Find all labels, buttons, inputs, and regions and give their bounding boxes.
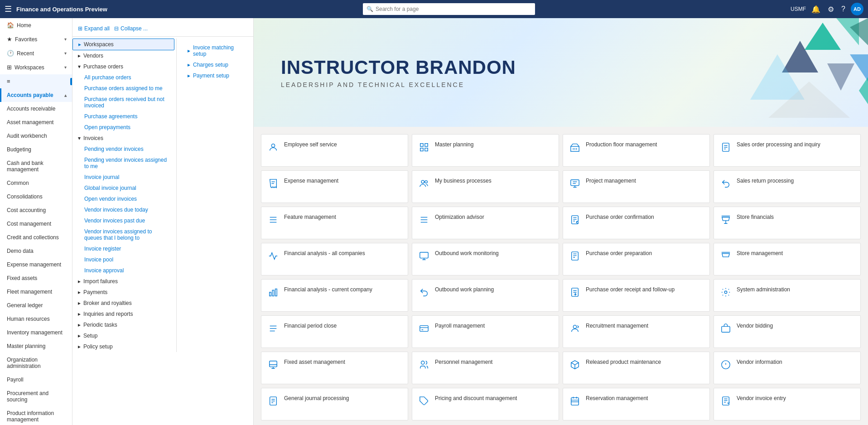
menu-item-invoice-matching-setup[interactable]: ▸ Invoice matching setup <box>180 42 253 59</box>
nav-item-audit-workbench[interactable]: Audit workbench <box>0 129 72 143</box>
nav-item-cost-accounting[interactable]: Cost accounting <box>0 203 72 217</box>
nav-item-inventory-management[interactable]: Inventory management <box>0 326 72 339</box>
nav-item-budgeting[interactable]: Budgeting <box>0 143 72 156</box>
nav-item-consolidations[interactable]: Consolidations <box>0 190 72 203</box>
workspace-card-personnel-management[interactable]: Personnel management <box>412 352 559 384</box>
nav-item-human-resources[interactable]: Human resources <box>0 312 72 326</box>
menu-group-import-failures[interactable]: ▸ Import failures <box>72 276 174 287</box>
menu-item-invoice-approval[interactable]: Invoice approval <box>77 265 174 276</box>
workspace-card-sales-order-processing[interactable]: Sales order processing and inquiry <box>714 134 861 167</box>
menu-item-po-assigned-to-me[interactable]: Purchase orders assigned to me <box>77 83 174 94</box>
menu-group-workspaces[interactable]: ▸ Workspaces <box>72 39 174 50</box>
nav-item-home[interactable]: 🏠 Home <box>0 18 72 32</box>
workspace-card-released-product-maintenance[interactable]: Released product maintenance <box>563 352 710 384</box>
nav-item-payroll[interactable]: Payroll <box>0 373 72 386</box>
nav-item-accounts-payable-tooltip[interactable]: ≡ Accounts payable <box>0 74 72 88</box>
menu-item-all-purchase-orders[interactable]: All purchase orders <box>77 72 174 83</box>
bell-icon[interactable]: 🔔 <box>810 3 822 15</box>
nav-item-general-ledger[interactable]: General ledger <box>0 299 72 312</box>
avatar[interactable]: AD <box>851 3 863 15</box>
workspace-card-outbound-work-planning[interactable]: Outbound work planning <box>412 279 559 312</box>
menu-item-invoice-journal[interactable]: Invoice journal <box>77 172 174 183</box>
workspace-card-feature-management[interactable]: Feature management <box>261 207 408 239</box>
arrow-icon: ▸ <box>78 300 81 306</box>
menu-group-invoices[interactable]: ▾ Invoices <box>72 133 174 144</box>
menu-item-open-prepayments[interactable]: Open prepayments <box>77 122 174 133</box>
menu-item-pending-vendor-invoices-me[interactable]: Pending vendor invoices assigned to me <box>77 155 174 172</box>
expand-all-button[interactable]: ⊞ Expand all <box>78 25 110 32</box>
menu-group-vendors[interactable]: ▸ Vendors <box>72 50 174 61</box>
menu-group-payments[interactable]: ▸ Payments <box>72 287 174 298</box>
menu-group-broker-royalties[interactable]: ▸ Broker and royalties <box>72 298 174 309</box>
nav-item-favorites[interactable]: ★ Favorites ▾ <box>0 32 72 46</box>
menu-item-vendor-invoices-due-today[interactable]: Vendor invoices due today <box>77 204 174 215</box>
menu-item-global-invoice-journal[interactable]: Global invoice journal <box>77 183 174 193</box>
nav-item-master-planning[interactable]: Master planning <box>0 339 72 353</box>
workspace-card-project-management[interactable]: Project management <box>563 170 710 203</box>
menu-item-invoice-pool[interactable]: Invoice pool <box>77 254 174 265</box>
menu-group-policy-setup[interactable]: ▸ Policy setup <box>72 341 174 352</box>
search-input[interactable] <box>363 3 535 15</box>
workspace-card-purchase-order-confirmation[interactable]: Purchase order confirmation <box>563 207 710 239</box>
workspace-card-vendor-information[interactable]: Vendor information <box>714 352 861 384</box>
nav-item-fleet-management[interactable]: Fleet management <box>0 285 72 299</box>
workspace-card-fixed-asset-management[interactable]: Fixed asset management <box>261 352 408 384</box>
workspace-card-optimization-advisor[interactable]: Optimization advisor <box>412 207 559 239</box>
menu-item-purchase-agreements[interactable]: Purchase agreements <box>77 111 174 122</box>
nav-item-cost-management[interactable]: Cost management <box>0 217 72 231</box>
nav-item-credit-collections[interactable]: Credit and collections <box>0 231 72 244</box>
nav-item-fixed-assets[interactable]: Fixed assets <box>0 271 72 285</box>
workspace-card-vendor-invoice-entry[interactable]: Vendor invoice entry <box>714 388 861 420</box>
workspace-card-reservation-management[interactable]: Reservation management <box>563 388 710 420</box>
workspace-card-purchase-order-preparation[interactable]: Purchase order preparation <box>563 243 710 275</box>
workspace-card-label: Store financials <box>737 213 774 221</box>
menu-item-payment-setup[interactable]: ▸ Payment setup <box>180 70 253 81</box>
nav-item-cash-bank[interactable]: Cash and bank management <box>0 156 72 176</box>
workspace-card-system-administration[interactable]: System administration <box>714 279 861 312</box>
workspace-card-my-business-processes[interactable]: My business processes <box>412 170 559 203</box>
workspace-card-general-journal-processing[interactable]: General journal processing <box>261 388 408 420</box>
hamburger-icon[interactable]: ☰ <box>5 4 12 14</box>
menu-item-charges-setup[interactable]: ▸ Charges setup <box>180 59 253 70</box>
menu-group-inquiries-reports[interactable]: ▸ Inquiries and reports <box>72 309 174 319</box>
workspace-card-master-planning[interactable]: Master planning <box>412 134 559 167</box>
workspace-card-vendor-bidding[interactable]: Vendor bidding <box>714 315 861 348</box>
collapse-button[interactable]: ⊟ Collapse ... <box>114 25 148 32</box>
nav-item-recent[interactable]: 🕐 Recent ▾ <box>0 46 72 60</box>
menu-group-purchase-orders[interactable]: ▾ Purchase orders <box>72 61 174 72</box>
workspace-card-store-management[interactable]: Store management <box>714 243 861 275</box>
menu-group-setup[interactable]: ▸ Setup <box>72 330 174 341</box>
workspace-card-payroll-management[interactable]: Payroll management <box>412 315 559 348</box>
nav-item-org-admin[interactable]: Organization administration <box>0 353 72 373</box>
nav-item-accounts-payable[interactable]: Accounts payable ▴ <box>0 88 72 102</box>
workspace-card-recruitment-management[interactable]: Recruitment management <box>563 315 710 348</box>
nav-item-common[interactable]: Common <box>0 176 72 190</box>
workspace-card-production-floor-management[interactable]: Production floor management <box>563 134 710 167</box>
nav-item-accounts-receivable[interactable]: Accounts receivable <box>0 102 72 116</box>
workspace-card-pricing-discount-management[interactable]: Pricing and discount management <box>412 388 559 420</box>
nav-item-demo-data[interactable]: Demo data <box>0 244 72 258</box>
workspace-card-financial-analysis-current[interactable]: Financial analysis - current company <box>261 279 408 312</box>
menu-item-open-vendor-invoices[interactable]: Open vendor invoices <box>77 193 174 204</box>
menu-item-vendor-invoices-past-due[interactable]: Vendor invoices past due <box>77 215 174 226</box>
workspace-card-employee-self-service[interactable]: Employee self service <box>261 134 408 167</box>
workspace-card-financial-analysis-companies[interactable]: Financial analysis - all companies <box>261 243 408 275</box>
workspace-card-purchase-order-receipt[interactable]: Purchase order receipt and follow-up <box>563 279 710 312</box>
help-icon[interactable]: ? <box>839 3 847 15</box>
nav-item-asset-management[interactable]: Asset management <box>0 116 72 129</box>
nav-item-workspaces[interactable]: ⊞ Workspaces ▾ <box>0 60 72 74</box>
nav-item-product-info[interactable]: Product information management <box>0 406 72 425</box>
workspace-card-outbound-work-monitoring[interactable]: Outbound work monitoring <box>412 243 559 275</box>
workspace-card-financial-period-close[interactable]: Financial period close <box>261 315 408 348</box>
workspace-card-sales-return-processing[interactable]: Sales return processing <box>714 170 861 203</box>
menu-item-pending-vendor-invoices[interactable]: Pending vendor invoices <box>77 144 174 155</box>
menu-item-vendor-invoices-queues[interactable]: Vendor invoices assigned to queues that … <box>77 226 174 243</box>
menu-item-invoice-register[interactable]: Invoice register <box>77 243 174 254</box>
workspace-card-expense-management[interactable]: Expense management <box>261 170 408 203</box>
nav-item-expense-management[interactable]: Expense management <box>0 258 72 271</box>
menu-item-po-received-not-invoiced[interactable]: Purchase orders received but not invoice… <box>77 94 174 111</box>
settings-icon[interactable]: ⚙ <box>826 3 836 15</box>
menu-group-periodic-tasks[interactable]: ▸ Periodic tasks <box>72 319 174 330</box>
workspace-card-store-financials[interactable]: Store financials <box>714 207 861 239</box>
nav-item-procurement[interactable]: Procurement and sourcing <box>0 386 72 406</box>
